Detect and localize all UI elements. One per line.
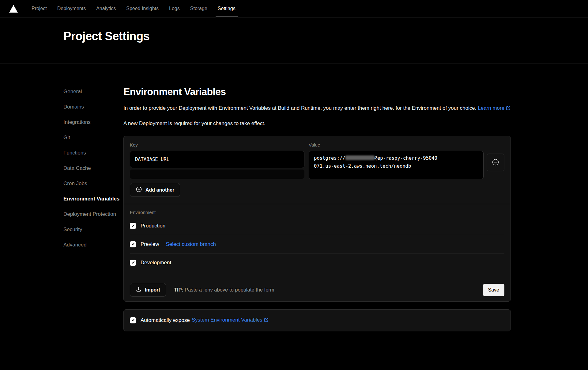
key-value-row: Key Value postgres://@ep-raspy-cherry-95… xyxy=(124,136,511,179)
card-footer: Import TIP:Paste a .env above to populat… xyxy=(124,278,511,301)
check-icon xyxy=(131,223,135,229)
nav-tab-storage[interactable]: Storage xyxy=(185,0,213,17)
sidebar-item-advanced[interactable]: Advanced xyxy=(63,242,123,249)
tip-text: TIP:Paste a .env above to populate the f… xyxy=(174,287,274,293)
auto-expose-checkbox[interactable] xyxy=(130,317,136,323)
key-label: Key xyxy=(130,142,304,147)
plus-circle-icon xyxy=(136,186,142,194)
auto-expose-text: Automatically expose xyxy=(141,317,190,323)
download-icon xyxy=(136,286,141,293)
description-text: In order to provide your Deployment with… xyxy=(123,105,476,111)
system-env-vars-label: System Environment Variables xyxy=(192,317,262,323)
environment-section: Environment Production Preview Select cu… xyxy=(124,204,511,278)
production-checkbox[interactable] xyxy=(130,223,136,229)
tip-prefix: TIP: xyxy=(174,287,183,292)
minus-circle-icon xyxy=(492,158,499,167)
import-label: Import xyxy=(145,287,160,293)
nav-tab-deployments[interactable]: Deployments xyxy=(52,0,91,17)
page-header: Project Settings xyxy=(0,17,588,63)
page-title: Project Settings xyxy=(63,30,588,43)
nav-tab-settings[interactable]: Settings xyxy=(213,0,241,17)
import-button[interactable]: Import xyxy=(130,283,166,297)
sidebar-item-domains[interactable]: Domains xyxy=(63,104,123,111)
key-input-shadow xyxy=(130,170,304,179)
check-icon xyxy=(131,318,135,323)
env-var-editor-card: Key Value postgres://@ep-raspy-cherry-95… xyxy=(123,136,511,302)
settings-sidebar: General Domains Integrations Git Functio… xyxy=(0,63,123,257)
nav-tab-project[interactable]: Project xyxy=(26,0,52,17)
sidebar-item-security[interactable]: Security xyxy=(63,227,123,233)
add-another-label: Add another xyxy=(145,187,174,193)
remove-variable-button[interactable] xyxy=(487,154,504,171)
value-text-line2: 071.us-east-2.aws.neon.tech/neondb xyxy=(314,163,411,169)
environment-variables-panel: Environment Variables In order to provid… xyxy=(123,63,511,331)
section-heading: Environment Variables xyxy=(123,86,511,97)
add-another-button[interactable]: Add another xyxy=(130,183,180,197)
nav-tab-speed-insights[interactable]: Speed Insights xyxy=(121,0,164,17)
content: General Domains Integrations Git Functio… xyxy=(0,63,588,331)
section-description: In order to provide your Deployment with… xyxy=(123,104,511,113)
sidebar-item-data-cache[interactable]: Data Cache xyxy=(63,165,123,172)
value-column: Value postgres://@ep-raspy-cherry-95040 … xyxy=(309,142,484,179)
value-input[interactable]: postgres://@ep-raspy-cherry-95040 071.us… xyxy=(309,151,484,179)
check-icon xyxy=(131,242,135,247)
development-checkbox[interactable] xyxy=(130,260,136,266)
env-row-development: Development xyxy=(130,254,504,272)
vercel-logo-icon[interactable] xyxy=(9,0,18,17)
top-nav: Project Deployments Analytics Speed Insi… xyxy=(0,0,588,17)
tip-body: Paste a .env above to populate the form xyxy=(185,287,274,292)
value-text-line1: @ep-raspy-cherry-95040 xyxy=(375,155,437,161)
learn-more-label: Learn more xyxy=(478,105,504,111)
system-env-vars-link[interactable]: System Environment Variables xyxy=(192,317,269,324)
check-icon xyxy=(131,260,135,265)
nav-tab-analytics[interactable]: Analytics xyxy=(91,0,121,17)
value-text-prefix: postgres:// xyxy=(314,155,345,161)
env-row-production: Production xyxy=(130,217,504,235)
save-button[interactable]: Save xyxy=(483,284,504,296)
preview-checkbox[interactable] xyxy=(130,241,136,247)
learn-more-link[interactable]: Learn more xyxy=(478,105,511,111)
env-name-development: Development xyxy=(141,260,171,266)
key-input[interactable] xyxy=(130,151,304,168)
env-name-production: Production xyxy=(141,223,165,229)
sidebar-item-environment-variables[interactable]: Environment Variables xyxy=(63,196,123,203)
select-custom-branch-link[interactable]: Select custom branch xyxy=(166,241,216,247)
external-link-icon xyxy=(506,105,511,113)
sidebar-item-general[interactable]: General xyxy=(63,89,123,95)
value-label: Value xyxy=(309,142,484,147)
deployment-note: A new Deployment is required for your ch… xyxy=(123,120,511,127)
sidebar-item-git[interactable]: Git xyxy=(63,135,123,141)
sidebar-item-deployment-protection[interactable]: Deployment Protection xyxy=(63,211,123,218)
sidebar-item-integrations[interactable]: Integrations xyxy=(63,119,123,126)
sidebar-item-cron-jobs[interactable]: Cron Jobs xyxy=(63,181,123,187)
external-link-icon xyxy=(264,318,269,324)
environment-label: Environment xyxy=(130,210,504,215)
env-name-preview: Preview xyxy=(141,241,159,247)
nav-tabs: Project Deployments Analytics Speed Insi… xyxy=(26,0,241,17)
sidebar-item-functions[interactable]: Functions xyxy=(63,150,123,157)
auto-expose-card: Automatically expose System Environment … xyxy=(123,309,511,331)
key-column: Key xyxy=(130,142,304,179)
nav-tab-logs[interactable]: Logs xyxy=(164,0,185,17)
env-row-preview: Preview Select custom branch xyxy=(130,235,504,254)
redacted-credentials xyxy=(345,155,375,160)
